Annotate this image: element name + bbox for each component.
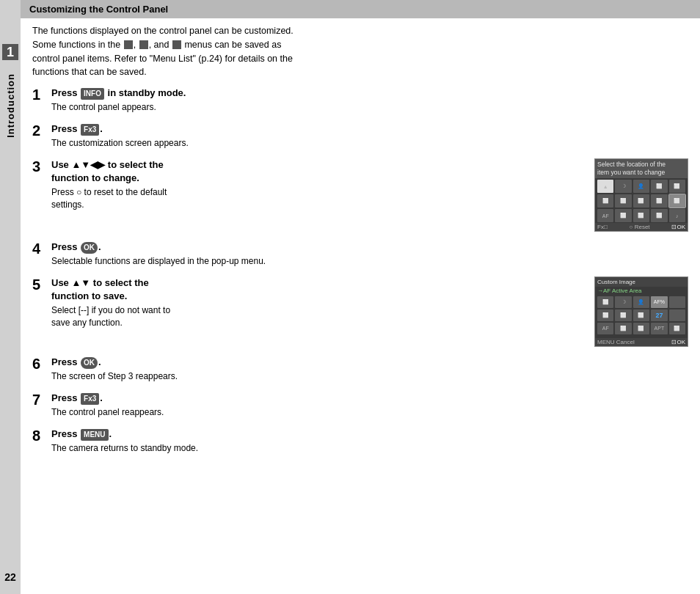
intro-line4: functions that can be saved. <box>32 67 147 77</box>
section-header: Customizing the Control Panel <box>21 0 700 18</box>
screen-step-5: Custom Image →AF Active Area ⬜ ☽ 👤 AF% ⬜ <box>594 276 688 347</box>
step-6-desc: The screen of Step 3 reappears. <box>51 370 688 383</box>
page-number: 22 <box>4 571 16 583</box>
grid-cell: ⬜ <box>633 209 649 222</box>
grid-cell: ♪ <box>669 209 685 222</box>
step-7: 7 Press Fx3. The control panel reappears… <box>32 392 688 419</box>
step-number-8: 8 <box>32 428 48 444</box>
intro-line3: control panel items. Refer to "Menu List… <box>32 54 293 64</box>
cg-cell: ⬜ <box>633 309 649 321</box>
cg-cell: ⬜ <box>669 323 685 334</box>
cg-cell: ⬜ <box>597 296 613 308</box>
step-4-desc: Selectable functions are displayed in th… <box>51 255 688 268</box>
cg-cell: ⬜ <box>633 323 649 334</box>
step-number-2: 2 <box>32 122 48 139</box>
info-key: INFO <box>81 88 104 100</box>
step-2-content: Press Fx3. The customization screen appe… <box>51 122 688 150</box>
step-3-title: Use ▲▼◀▶ to select thefunction to change… <box>51 158 587 185</box>
grid-cell: ⬜ <box>615 209 631 222</box>
screen-step-3: Select the location of theitem you want … <box>594 158 688 232</box>
screen-3-footer-ok: ⊡OK <box>671 224 685 230</box>
step-6-content: Press OK. The screen of Step 3 reappears… <box>51 356 688 383</box>
grid-cell: ⬜ <box>651 180 667 193</box>
screen-5-top: Custom Image <box>595 277 688 287</box>
step-3-content: Use ▲▼◀▶ to select thefunction to change… <box>51 158 688 232</box>
chapter-label: Introduction <box>5 73 16 138</box>
step-3-with-image: Use ▲▼◀▶ to select thefunction to change… <box>51 158 688 232</box>
step-1: 1 Press INFO in standby mode. The contro… <box>32 87 688 114</box>
step-5-title: Use ▲▼ to select thefunction to save. <box>51 276 587 303</box>
cg-cell: AF% <box>651 296 667 308</box>
step-number-5: 5 <box>32 276 48 293</box>
screen-5-footer-cancel: MENU Cancel <box>597 339 635 345</box>
cg-cell: APT <box>651 323 667 334</box>
chapter-number: 1 <box>2 44 18 60</box>
step-5-desc: Select [--] if you do not want tosave an… <box>51 304 587 329</box>
screen-3-label: Select the location of theitem you want … <box>595 159 688 178</box>
step-number-6: 6 <box>32 356 48 372</box>
grid-cell: ⬜ <box>651 209 667 222</box>
cg-cell: 👤 <box>633 296 649 308</box>
step-2-title: Press Fx3. <box>51 122 688 136</box>
intro-line1: The functions displayed on the control p… <box>32 26 294 36</box>
step-8: 8 Press MENU. The camera returns to stan… <box>32 428 688 455</box>
cg-cell <box>669 309 685 321</box>
intro-line2: Some functions in the , , and menus can … <box>32 40 281 50</box>
step-5-text: Use ▲▼ to select thefunction to save. Se… <box>51 276 587 347</box>
cg-cell <box>669 296 685 308</box>
content-area: The functions displayed on the control p… <box>21 24 700 594</box>
step-7-title: Press Fx3. <box>51 392 688 405</box>
step-4-content: Press OK. Selectable functions are displ… <box>51 241 688 268</box>
grid-cell: 👤 <box>633 180 649 193</box>
grid-cell: ⬜ <box>633 194 649 208</box>
screen-3-grid: ▲ ☽ 👤 ⬜ ⬜ ⬜ ⬜ ⬜ ⬜ ⬜ AF <box>595 178 688 224</box>
step-1-title: Press INFO in standby mode. <box>51 87 688 100</box>
cg-cell: ☽ <box>615 296 631 308</box>
step-4: 4 Press OK. Selectable functions are dis… <box>32 241 688 268</box>
sidebar: 1 Introduction 22 <box>0 0 21 594</box>
step-8-title: Press MENU. <box>51 428 688 441</box>
cg-cell: ⬜ <box>615 323 631 334</box>
fx3-key: Fx3 <box>81 124 99 136</box>
step-2: 2 Press Fx3. The customization screen ap… <box>32 122 688 150</box>
grid-cell: ▲ <box>597 180 613 193</box>
step-2-desc: The customization screen appears. <box>51 137 688 150</box>
step-number-7: 7 <box>32 392 48 408</box>
grid-cell: ⬜ <box>615 194 631 208</box>
step-7-content: Press Fx3. The control panel reappears. <box>51 392 688 419</box>
step-number-1: 1 <box>32 87 48 103</box>
step-1-content: Press INFO in standby mode. The control … <box>51 87 688 114</box>
step-number-4: 4 <box>32 241 48 257</box>
grid-cell: ⬜ <box>669 194 685 208</box>
step-8-content: Press MENU. The camera returns to standb… <box>51 428 688 455</box>
step-5: 5 Use ▲▼ to select thefunction to save. … <box>32 276 688 347</box>
menu-key-8: MENU <box>81 429 108 441</box>
step-3-text: Use ▲▼◀▶ to select thefunction to change… <box>51 158 587 232</box>
screen-5-custom-label: Custom Image <box>597 279 635 285</box>
screen-3-footer: Fx□ ○ Reset ⊡OK <box>595 223 688 231</box>
step-3: 3 Use ▲▼◀▶ to select thefunction to chan… <box>32 158 688 232</box>
ok-key-6: OK <box>81 357 98 369</box>
step-3-desc: Press ○ to reset to the defaultsettings. <box>51 186 587 211</box>
screen-3-footer-reset: ○ Reset <box>630 224 650 230</box>
screen-5-grid: ⬜ ☽ 👤 AF% ⬜ ⬜ ⬜ 27 AF <box>595 295 688 336</box>
cg-cell: ⬜ <box>597 309 613 321</box>
screen-5-footer: MENU Cancel ⊡OK <box>595 338 688 346</box>
ok-key-4: OK <box>81 242 98 254</box>
screen-3-footer-left: Fx□ <box>597 224 608 230</box>
step-5-content: Use ▲▼ to select thefunction to save. Se… <box>51 276 688 347</box>
step-6: 6 Press OK. The screen of Step 3 reappea… <box>32 356 688 383</box>
main-content: Customizing the Control Panel The functi… <box>21 0 700 594</box>
step-7-desc: The control panel reappears. <box>51 406 688 419</box>
step-6-title: Press OK. <box>51 356 688 369</box>
screen-5-af-label: →AF Active Area <box>595 287 688 295</box>
grid-cell: ⬜ <box>651 194 667 208</box>
step-number-3: 3 <box>32 158 48 175</box>
step-4-title: Press OK. <box>51 241 688 254</box>
grid-cell: ⬜ <box>597 194 613 208</box>
fx3-key-7: Fx3 <box>81 393 99 405</box>
cg-cell: ⬜ <box>615 309 631 321</box>
step-1-desc: The control panel appears. <box>51 101 688 114</box>
cg-cell: 27 <box>651 309 667 321</box>
grid-cell: AF <box>597 209 613 222</box>
